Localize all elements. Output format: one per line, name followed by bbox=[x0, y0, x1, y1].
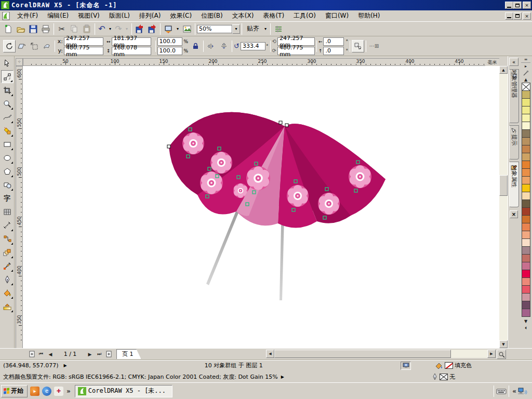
color-swatch-9[interactable] bbox=[522, 161, 530, 169]
flower[interactable] bbox=[210, 152, 232, 174]
rectangle-tool[interactable] bbox=[1, 138, 14, 151]
zoom-level-dropdown[interactable]: ▾ bbox=[232, 24, 240, 34]
color-swatch-17[interactable] bbox=[522, 223, 530, 231]
menu-窗口[interactable]: 窗口(W) bbox=[321, 11, 353, 21]
horizontal-ruler[interactable]: 50100150200250300350400450 bbox=[23, 58, 499, 66]
menu-编辑[interactable]: 编辑(E) bbox=[43, 11, 73, 21]
freehand-tool[interactable] bbox=[1, 111, 14, 124]
color-swatch-22[interactable] bbox=[522, 262, 530, 270]
basic-shapes-tool[interactable] bbox=[1, 178, 14, 191]
undo-button[interactable]: ↶ bbox=[97, 23, 107, 35]
dimension-tool[interactable] bbox=[1, 219, 14, 232]
palette-flyout-button[interactable]: ▸ bbox=[521, 63, 530, 70]
first-page-button[interactable]: ⏮ bbox=[36, 350, 46, 359]
color-swatch-11[interactable] bbox=[522, 176, 530, 184]
keyboard-tray-icon[interactable] bbox=[496, 388, 507, 395]
open-button[interactable] bbox=[15, 23, 27, 35]
more-options-button[interactable]: ⋯⊞ bbox=[368, 40, 380, 52]
apply-to-duplicate-button[interactable] bbox=[352, 40, 364, 52]
snap-to-button[interactable]: 贴齐 bbox=[244, 24, 262, 33]
flower[interactable] bbox=[318, 193, 340, 215]
docker-tab-object-manager[interactable]: 对象管理器 bbox=[509, 69, 519, 123]
interactive-fill-tool[interactable] bbox=[1, 300, 14, 313]
lock-ratio-button[interactable] bbox=[189, 40, 202, 52]
skew-h-field[interactable]: .0 bbox=[323, 37, 344, 46]
umbrella-drawing[interactable] bbox=[23, 66, 499, 348]
mdi-close-button[interactable]: × bbox=[523, 12, 531, 20]
media-player-icon[interactable]: ▸ bbox=[30, 387, 39, 396]
outline-pen-tool[interactable] bbox=[1, 273, 14, 286]
fill-tool[interactable] bbox=[1, 286, 14, 299]
previous-page-button[interactable]: ◀ bbox=[46, 350, 55, 359]
vertical-scroll-thumb[interactable] bbox=[499, 175, 508, 196]
browser-icon[interactable]: e bbox=[42, 387, 51, 396]
scale-h-field[interactable]: 100.0 bbox=[157, 37, 182, 46]
blend-tool[interactable] bbox=[1, 246, 14, 259]
taskbar-window-button[interactable]: CorelDRAW X5 - [未... bbox=[75, 385, 172, 397]
redo-dropdown[interactable]: ▾ bbox=[124, 23, 130, 35]
close-button[interactable]: × bbox=[523, 2, 531, 9]
color-swatch-8[interactable] bbox=[522, 153, 530, 161]
skew-v-field[interactable]: .0 bbox=[323, 47, 344, 55]
mdi-restore-button[interactable] bbox=[513, 12, 522, 20]
menu-效果[interactable]: 效果(C) bbox=[165, 11, 196, 21]
menu-位图[interactable]: 位图(B) bbox=[196, 11, 228, 21]
rotation-center-y-field[interactable]: 480.775 mm bbox=[277, 47, 315, 55]
pick-tool[interactable] bbox=[1, 57, 14, 70]
color-swatch-19[interactable] bbox=[522, 238, 530, 247]
mirror-horizontal-button[interactable] bbox=[205, 40, 218, 52]
ellipse-tool[interactable] bbox=[1, 151, 14, 164]
add-page-start-button[interactable] bbox=[27, 350, 36, 359]
shape-tool[interactable] bbox=[1, 70, 14, 83]
color-swatch-4[interactable] bbox=[522, 122, 530, 130]
flower[interactable] bbox=[349, 165, 371, 188]
docker-tab-hints[interactable]: ? 提示 bbox=[509, 125, 519, 159]
no-color-swatch[interactable] bbox=[522, 83, 530, 91]
color-swatch-14[interactable] bbox=[522, 200, 530, 208]
restore-button[interactable] bbox=[513, 2, 522, 9]
color-swatch-12[interactable] bbox=[522, 184, 530, 192]
position-mode-button[interactable] bbox=[28, 40, 41, 52]
selection-handle[interactable] bbox=[167, 145, 170, 148]
start-button[interactable]: 开始 bbox=[1, 385, 28, 397]
palette-scroll-down[interactable]: ▼ bbox=[521, 318, 530, 325]
paste-button[interactable] bbox=[81, 23, 93, 35]
distort-mode-button[interactable] bbox=[41, 40, 53, 52]
copy-button[interactable] bbox=[68, 23, 81, 35]
mdi-minimize-button[interactable] bbox=[505, 12, 513, 20]
eyedropper-tool[interactable] bbox=[1, 259, 14, 272]
palette-expand-button[interactable]: ⏴ bbox=[521, 325, 530, 331]
scale-v-field[interactable]: 100.0 bbox=[157, 47, 182, 55]
new-document-button[interactable] bbox=[2, 23, 15, 35]
color-swatch-21[interactable] bbox=[522, 254, 530, 262]
polygon-tool[interactable] bbox=[1, 165, 14, 178]
palette-menu-button[interactable]: ≡ bbox=[521, 56, 530, 63]
selection-handle[interactable] bbox=[285, 124, 288, 127]
text-tool[interactable]: 字 bbox=[1, 192, 14, 205]
color-swatch-26[interactable] bbox=[522, 293, 530, 301]
mirror-vertical-button[interactable] bbox=[218, 40, 230, 52]
color-swatch-24[interactable] bbox=[522, 277, 530, 286]
options-button[interactable] bbox=[272, 23, 285, 35]
menu-表格[interactable]: 表格(T) bbox=[258, 11, 289, 21]
pan-zoom-button[interactable] bbox=[497, 350, 506, 359]
color-swatch-20[interactable] bbox=[522, 246, 530, 255]
color-swatch-2[interactable] bbox=[522, 106, 530, 114]
docker-collapse-button[interactable]: « bbox=[509, 58, 518, 66]
cut-button[interactable]: ✂ bbox=[56, 23, 68, 35]
color-swatch-27[interactable] bbox=[522, 301, 530, 309]
table-tool[interactable] bbox=[1, 205, 14, 218]
vertical-ruler[interactable]: 600550500450400350 bbox=[16, 66, 23, 348]
color-swatch-23[interactable] bbox=[522, 270, 530, 278]
menu-帮助[interactable]: 帮助(H) bbox=[353, 11, 384, 21]
color-swatch-28[interactable] bbox=[522, 309, 530, 317]
crop-tool[interactable] bbox=[1, 84, 14, 97]
application-launcher-button[interactable] bbox=[162, 23, 175, 35]
menu-排列[interactable]: 排列(A) bbox=[135, 11, 166, 21]
flower[interactable] bbox=[287, 185, 309, 207]
color-swatch-16[interactable] bbox=[522, 215, 530, 223]
palette-eyedropper-icon[interactable] bbox=[521, 70, 530, 76]
vertical-scrollbar[interactable]: ▲ ▼ bbox=[499, 66, 508, 348]
color-swatch-25[interactable] bbox=[522, 285, 530, 294]
add-page-end-button[interactable] bbox=[104, 350, 113, 359]
